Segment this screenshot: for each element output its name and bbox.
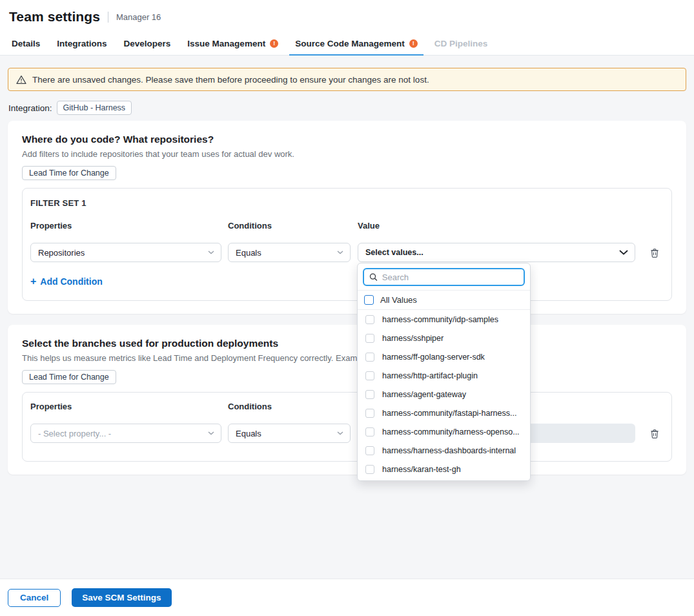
tab-label: CD Pipelines — [434, 39, 488, 48]
repositories-card: Where do you code? What repositories? Ad… — [8, 121, 686, 314]
page-title: Team settings — [9, 9, 100, 25]
checkbox-icon — [365, 390, 374, 399]
select-all-option[interactable]: All Values — [358, 291, 530, 310]
conditions-select[interactable]: Equals — [228, 424, 351, 443]
dropdown-option[interactable]: harness/ff-golang-server-sdk — [358, 347, 530, 366]
dropdown-search-wrap — [358, 263, 530, 291]
dropdown-option[interactable]: harness-community/idp-samples — [358, 310, 530, 329]
option-label: harness/karan-test-gh — [382, 465, 461, 474]
option-label: harness-community/fastapi-harness... — [382, 409, 516, 418]
tab-label: Details — [12, 39, 40, 48]
integration-label: Integration: — [8, 103, 52, 113]
dropdown-option[interactable]: harness/http-artifact-plugin — [358, 366, 530, 385]
properties-select[interactable]: Repositories — [30, 243, 221, 262]
warning-triangle-icon — [16, 75, 26, 85]
dropdown-option[interactable]: harness-community/fastapi-harness... — [358, 404, 530, 422]
integration-chip[interactable]: GitHub - Harness — [57, 101, 132, 115]
chevron-down-icon — [337, 431, 343, 435]
warning-badge-icon: ! — [409, 39, 418, 48]
lead-time-chip: Lead Time for Change — [22, 370, 116, 384]
checkbox-all-values-icon — [364, 295, 374, 305]
dropdown-option[interactable]: harness/sshpiper — [358, 329, 530, 347]
checkbox-icon — [365, 315, 374, 324]
tab[interactable]: Developers ! — [118, 32, 177, 56]
dropdown-option[interactable]: harness-community/harness-openso... — [358, 422, 530, 441]
dropdown-option[interactable]: harness/fastapi-internal-widgets — [358, 478, 530, 481]
chevron-down-icon — [208, 251, 214, 254]
properties-select-placeholder: - Select property... - — [38, 429, 111, 438]
chevron-down-icon — [337, 251, 343, 254]
properties-select-value: Repositories — [38, 248, 85, 258]
filter-row: - Select property... - Equals — [30, 424, 664, 443]
chevron-down-icon — [208, 431, 214, 435]
delete-condition-button[interactable] — [648, 246, 661, 260]
conditions-header: Conditions — [228, 402, 351, 411]
dropdown-option[interactable]: harness/agent-gateway — [358, 385, 530, 404]
cancel-button[interactable]: Cancel — [8, 589, 61, 607]
tab[interactable]: Source Code Management ! — [289, 32, 424, 56]
filter-set-label: FILTER SET 1 — [30, 198, 664, 208]
values-placeholder: Select values... — [365, 248, 424, 257]
option-label: harness/sshpiper — [382, 334, 444, 343]
filter-set-box: FILTER SET 1 Properties Conditions Value… — [22, 188, 672, 301]
tab-bar: Details ! Integrations ! Developers ! Is… — [0, 32, 694, 56]
option-label: harness/agent-gateway — [382, 390, 466, 399]
tab[interactable]: CD Pipelines ! — [429, 32, 494, 56]
delete-condition-button[interactable] — [648, 427, 661, 440]
option-label: harness/http-artifact-plugin — [382, 371, 478, 380]
value-header: Value — [358, 221, 635, 231]
branches-card: Select the branches used for production … — [8, 325, 686, 475]
search-icon — [369, 272, 378, 282]
dropdown-search — [363, 268, 525, 286]
checkbox-icon — [365, 371, 374, 380]
filter-set-box: Properties Conditions Value - Select pro… — [22, 392, 672, 462]
save-scm-settings-button[interactable]: Save SCM Settings — [72, 588, 171, 607]
checkbox-icon — [365, 465, 374, 474]
properties-select[interactable]: - Select property... - — [30, 424, 221, 443]
search-input[interactable] — [382, 272, 518, 282]
conditions-header: Conditions — [228, 221, 351, 231]
card-title: Select the branches used for production … — [22, 338, 672, 349]
add-condition-label: Add Condition — [40, 276, 102, 287]
tab-label: Issue Management — [187, 39, 265, 48]
team-settings-page: Team settings Manager 16 Details ! Integ… — [0, 0, 694, 616]
unsaved-changes-banner: There are unsaved changes. Please save t… — [8, 68, 686, 91]
conditions-select-value: Equals — [236, 429, 261, 438]
tab-label: Developers — [124, 39, 171, 48]
page-header: Team settings Manager 16 — [0, 0, 694, 32]
card-description: Add filters to include repositories that… — [22, 149, 672, 159]
checkbox-icon — [365, 353, 374, 362]
properties-header: Properties — [30, 402, 221, 411]
option-label: harness/harness-dashboards-internal — [382, 446, 516, 455]
add-condition-button[interactable]: + Add Condition — [30, 276, 664, 287]
checkbox-icon — [365, 446, 374, 455]
tab[interactable]: Issue Management ! — [181, 32, 284, 56]
card-description: This helps us measure metrics like Lead … — [22, 353, 672, 363]
tab[interactable]: Integrations ! — [51, 32, 112, 56]
values-dropdown-panel: All Values harness-community/idp-samples… — [357, 263, 531, 481]
card-title: Where do you code? What repositories? — [22, 134, 672, 145]
tab-label: Source Code Management — [295, 39, 405, 48]
footer-bar: Cancel Save SCM Settings — [0, 579, 694, 616]
filter-column-headers: Properties Conditions Value — [30, 402, 664, 411]
warning-badge-icon: ! — [270, 39, 278, 48]
trash-icon — [649, 247, 660, 258]
title-divider — [108, 12, 108, 23]
banner-text: There are unsaved changes. Please save t… — [32, 75, 429, 85]
select-all-label: All Values — [380, 295, 417, 305]
integration-row: Integration: GitHub - Harness — [8, 101, 686, 115]
tab-label: Integrations — [57, 39, 107, 48]
content-area: There are unsaved changes. Please save t… — [0, 56, 694, 579]
dropdown-option[interactable]: harness/karan-test-gh — [358, 460, 530, 478]
option-label: harness/ff-golang-server-sdk — [382, 353, 485, 362]
values-multiselect[interactable]: Select values... — [358, 243, 635, 262]
option-label: harness-community/harness-openso... — [382, 427, 520, 436]
checkbox-icon — [365, 409, 374, 418]
tab[interactable]: Details ! — [6, 32, 46, 56]
dropdown-option[interactable]: harness/harness-dashboards-internal — [358, 441, 530, 460]
conditions-select[interactable]: Equals — [228, 243, 351, 262]
chevron-down-icon — [619, 250, 628, 255]
trash-icon — [649, 428, 660, 439]
filter-column-headers: Properties Conditions Value — [30, 221, 664, 231]
checkbox-icon — [365, 334, 374, 343]
